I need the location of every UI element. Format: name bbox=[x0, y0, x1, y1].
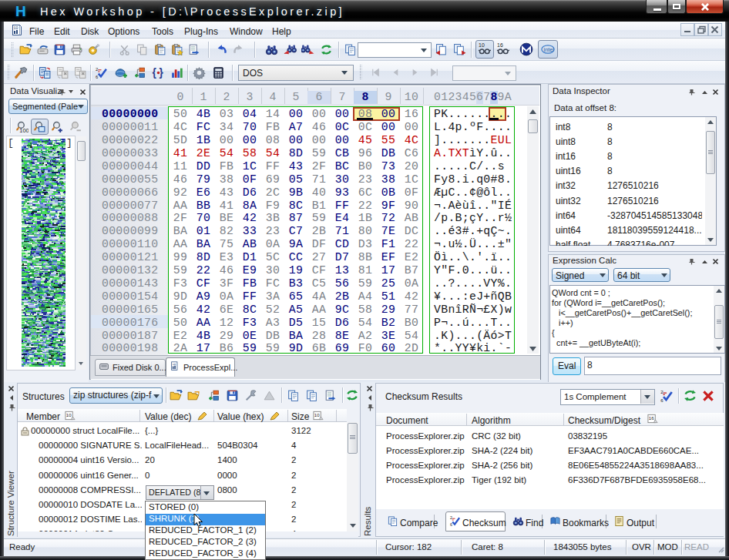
svg-text:intel: intel bbox=[544, 46, 555, 53]
svg-text:10: 10 bbox=[66, 413, 72, 417]
svg-text:16: 16 bbox=[649, 416, 654, 421]
svg-text:100: 100 bbox=[19, 127, 29, 133]
svg-text:}: } bbox=[160, 66, 164, 79]
svg-text:{: { bbox=[153, 66, 157, 79]
svg-text:10: 10 bbox=[479, 42, 485, 48]
svg-text:6: 6 bbox=[96, 75, 98, 79]
svg-text:10: 10 bbox=[172, 363, 176, 366]
svg-text:10: 10 bbox=[314, 413, 320, 417]
svg-text:6: 6 bbox=[450, 522, 452, 527]
svg-text:2: 2 bbox=[450, 515, 452, 520]
svg-text:16: 16 bbox=[497, 42, 503, 48]
svg-text:2: 2 bbox=[96, 67, 98, 72]
svg-text:2: 2 bbox=[660, 389, 663, 394]
svg-text:6: 6 bbox=[660, 397, 663, 403]
